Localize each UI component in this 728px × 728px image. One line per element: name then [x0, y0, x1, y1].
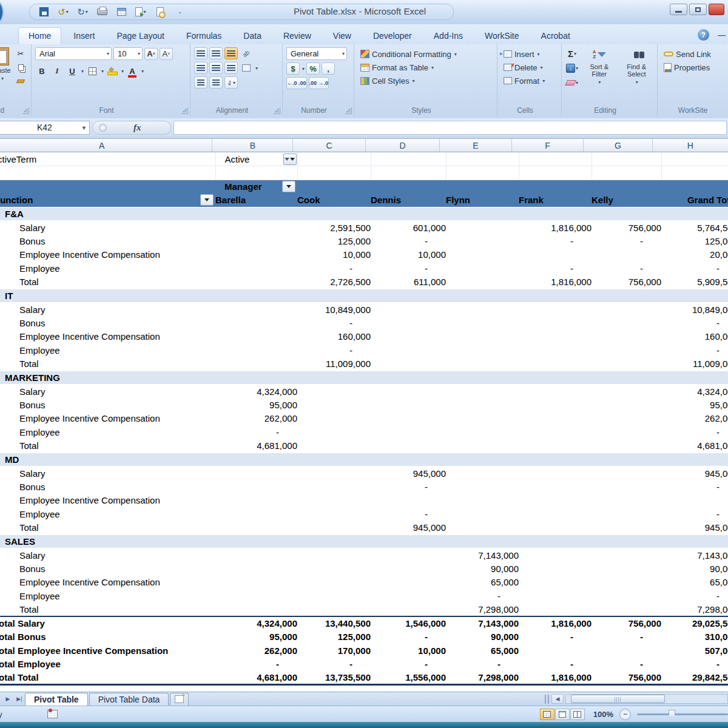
cell-value[interactable] — [371, 385, 446, 399]
row-label[interactable]: IT — [0, 289, 728, 303]
cell-value[interactable]: 13,440,500 — [297, 616, 371, 630]
cell-value[interactable] — [592, 303, 661, 317]
cell-value[interactable] — [446, 439, 519, 453]
cell-value[interactable]: - — [297, 343, 371, 357]
cell-value[interactable] — [592, 589, 661, 603]
tab-split-handle[interactable] — [545, 695, 549, 704]
manager-column-header[interactable]: Kelly — [592, 194, 661, 207]
column-header[interactable]: C — [293, 139, 365, 152]
cell-value[interactable]: 160,000 — [297, 330, 371, 344]
cell-value[interactable] — [446, 467, 519, 480]
row-label[interactable]: Total — [0, 521, 215, 535]
cell-value[interactable] — [592, 248, 661, 262]
cell-a1[interactable]: ActiveTerm — [0, 152, 215, 166]
cell-value[interactable]: - — [297, 658, 371, 672]
cell-value[interactable] — [215, 548, 297, 562]
row-label[interactable]: Salary — [0, 303, 215, 317]
cell-value[interactable]: 10,000 — [371, 248, 446, 262]
cell-value[interactable] — [297, 521, 371, 535]
column-header[interactable]: H — [653, 139, 728, 152]
cell-value[interactable] — [519, 343, 592, 357]
row-label[interactable]: F&A — [0, 207, 728, 221]
row-label[interactable]: Employee Incentive Compensation — [0, 248, 215, 262]
send-link-button[interactable]: Send Link — [661, 47, 728, 61]
cell-value[interactable]: 10,849,000 — [661, 303, 728, 317]
cell-value[interactable] — [446, 330, 519, 344]
increase-indent-button[interactable] — [209, 76, 223, 89]
page-break-view-button[interactable] — [570, 709, 585, 720]
tab-review[interactable]: Review — [274, 28, 321, 44]
cell-value[interactable] — [215, 303, 297, 317]
cell-value[interactable]: 1,816,000 — [519, 275, 592, 289]
row-label[interactable]: Bonus — [0, 480, 215, 494]
cell-value[interactable]: 507,000 — [661, 644, 728, 658]
cell-value[interactable] — [371, 316, 446, 330]
increase-decimal-button[interactable]: ←.0 .00 — [286, 77, 307, 89]
row-label[interactable]: Bonus — [0, 562, 215, 576]
cell-value[interactable]: 4,681,000 — [661, 439, 728, 453]
cell-value[interactable] — [297, 562, 371, 576]
cell-value[interactable]: 756,000 — [592, 275, 661, 289]
last-sheet-button[interactable]: ▶| — [14, 694, 25, 704]
cell-value[interactable]: - — [661, 589, 728, 603]
cell-value[interactable]: - — [661, 343, 728, 357]
cell-value[interactable]: 756,000 — [592, 671, 661, 685]
cell-value[interactable]: - — [371, 234, 446, 248]
wrap-text-button[interactable]: ⇙▾ — [224, 76, 238, 89]
row-label[interactable]: Total — [0, 603, 215, 617]
cell-value[interactable] — [297, 412, 371, 426]
cell-value[interactable] — [592, 562, 661, 576]
row-label[interactable]: Total — [0, 275, 215, 289]
tab-add-ins[interactable]: Add-Ins — [424, 28, 473, 44]
cell-value[interactable]: 95,000 — [215, 398, 297, 412]
row-label[interactable]: Total — [0, 439, 215, 453]
cell-value[interactable]: 1,816,000 — [519, 221, 592, 235]
cell-value[interactable] — [592, 507, 661, 521]
dialog-launcher-icon[interactable]: ◿ — [22, 107, 29, 114]
row-label[interactable]: Employee Incentive Compensation — [0, 412, 215, 426]
cell-value[interactable] — [661, 494, 728, 508]
cell-value[interactable] — [215, 521, 297, 535]
cell-value[interactable] — [371, 357, 446, 371]
cell-value[interactable]: - — [661, 425, 728, 439]
cell-value[interactable] — [519, 548, 592, 562]
cell-value[interactable] — [519, 330, 592, 344]
row-label[interactable]: Total Employee Incentive Compensation — [0, 644, 215, 658]
row-label[interactable]: Bonus — [0, 398, 215, 412]
number-format-select[interactable]: General▾ — [286, 47, 347, 60]
cell-value[interactable] — [519, 316, 592, 330]
cell-value[interactable] — [519, 521, 592, 535]
sort-filter-button[interactable]: AZ Sort & Filter ▾ — [582, 47, 616, 89]
cut-button[interactable]: ✂ — [14, 47, 27, 59]
cell-value[interactable] — [215, 494, 297, 508]
paste-button[interactable]: Paste ▾ — [0, 47, 12, 87]
cell-value[interactable] — [446, 234, 519, 248]
font-name-select[interactable]: Arial▾ — [35, 47, 112, 60]
cell-value[interactable] — [371, 494, 446, 508]
cell-value[interactable] — [592, 343, 661, 357]
accounting-format-button[interactable]: $ — [286, 62, 300, 75]
cell-value[interactable]: 1,556,000 — [371, 671, 446, 685]
manager-column-header[interactable]: Frank — [519, 194, 592, 207]
cell-value[interactable]: 7,298,000 — [661, 603, 728, 617]
cell-value[interactable]: - — [446, 589, 519, 603]
cell-value[interactable]: - — [297, 261, 371, 275]
cell-value[interactable]: 4,681,000 — [215, 671, 297, 685]
close-button[interactable] — [709, 4, 724, 15]
cell-value[interactable] — [592, 412, 661, 426]
fx-icon[interactable]: fx — [133, 123, 141, 133]
filter-dropdown-button[interactable] — [283, 153, 297, 165]
cell-value[interactable] — [371, 398, 446, 412]
normal-view-button[interactable] — [540, 709, 554, 720]
column-header[interactable]: B — [212, 139, 293, 152]
middle-align-button[interactable] — [209, 47, 223, 59]
cell-value[interactable] — [215, 221, 297, 235]
tab-view[interactable]: View — [323, 28, 361, 44]
cell-value[interactable]: 7,298,000 — [446, 603, 519, 617]
cell-value[interactable] — [519, 644, 592, 658]
cell-value[interactable] — [592, 330, 661, 344]
cell-value[interactable] — [215, 343, 297, 357]
cell-value[interactable] — [519, 603, 592, 617]
shrink-font-button[interactable]: A˅ — [160, 48, 173, 60]
top-align-button[interactable] — [194, 47, 207, 59]
